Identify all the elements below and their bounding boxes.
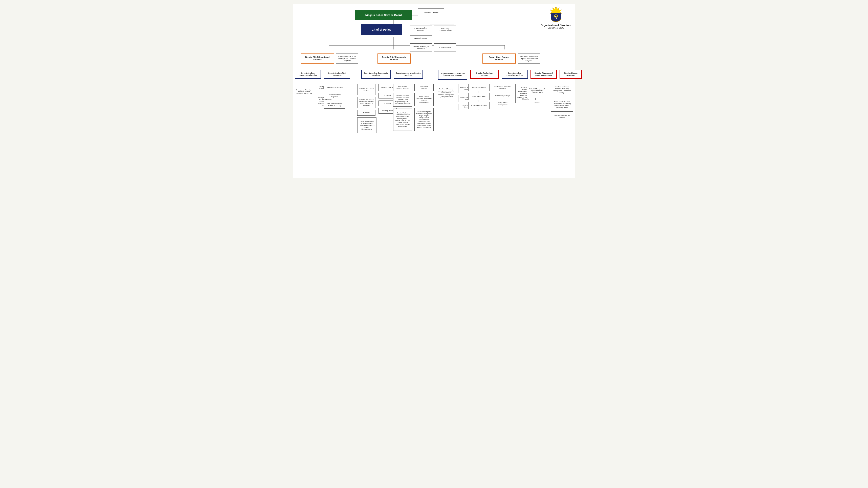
exec-director-node: Executive Director [418,8,444,17]
svg-text:NRP: NRP [555,15,558,17]
dist2-node: 2 District Inspector -Indigenous Liaison… [357,97,375,108]
duty-office-node: Duty Office Inspectors [324,84,345,91]
tech-systems-node: Technology Systems [468,84,490,91]
org-title: Organizational Structure [540,24,571,27]
special-victims-node: Special Victims -Domestic Violence/ Vuln… [393,108,412,131]
supt-ops-support-node: Superintendent Operational Support and P… [438,70,467,80]
org-chart-page: N NRP Organizational Structure January 1… [293,4,575,177]
supt-community-node: Superintendent Community Services [361,70,391,79]
rtoc-node: Real Time Operations Centre (R.T.O.C.) [324,101,345,108]
board-node: Niagara Police Service Board [355,10,412,20]
chief-node: Chief of Police [361,24,402,35]
dir-tech-node: Director Technology Services [470,70,499,79]
courts-node: Courts and Prisoner Management Inspector… [436,84,456,102]
deputy-community-node: Deputy Chief Community Services [377,54,411,64]
exec-officer-ops-note: Executive Officer to the Deputy Chief De… [336,54,358,64]
deputy-ops-node: Deputy Chief Operational Services [301,54,334,64]
dir-hr-node: Director Human Resources [560,70,582,79]
exec-officer-node: Executive Officer Inspector [410,25,432,33]
material-mgmt-node: Material Management -Quartermasters -Fac… [527,84,548,98]
talent-node: Talent Acquisition and Development -Recr… [551,98,573,111]
supt-first-node: Superintendent First Response [324,70,350,79]
corporate-comms-node: Corporate Communications [434,25,456,33]
strategic-node: Strategic Planning & Innovation [410,43,432,52]
finance-node: Finance [527,100,548,106]
service-psych-node: Service Psychologist [492,93,513,99]
public-safety-radio-node: Public Safety Radio [468,93,490,100]
supt-exec-node: Superintendent Executive Services [502,70,528,79]
supt-emerg-node: Superintendent Emergency Planning [295,70,321,79]
logo-area: N NRP Organizational Structure January 1… [540,6,571,29]
crime-analysis-node: Crime Analysis [434,43,456,52]
special-invest-node: Special Investigative Services -Intellig… [414,108,434,131]
invest-services-node: Investigative Services Inspector [393,84,412,91]
org-date: January 1, 2025 [540,27,571,29]
traffic-node: Traffic Management & Road Safety -Traffi… [357,118,376,133]
member-health-node: Member Health and Wellness -Disability M… [551,84,573,96]
major-crime-insp-node: Major Crime Inspector [414,84,434,91]
total-rewards-node: Total Rewards and HR Systems [551,113,573,120]
forensic-node: Forensic Services -Forensic Services -In… [393,93,412,106]
general-counsel-node: General Counsel [410,35,432,41]
policy-risk-node: Policy & Risk Management [492,101,513,107]
prof-standards-node: Professional Standards Inspector [492,84,513,91]
deputy-support-node: Deputy Chief Support Services [483,54,516,64]
exec-officer-support-note: Executive Officer to the Deputy Chief De… [518,54,540,64]
dist5-node: 5 District [357,110,375,116]
it-network-node: IT Network & Support [468,102,490,109]
police-badge-icon: N NRP [548,6,564,22]
supt-invest-node: Superintendent Investigative Services [394,70,423,79]
major-crime-node: Major Crime -Homicide -Polygraph -Fraud … [414,93,434,106]
dir-finance-node: Director Finance and Asset Management [530,70,557,79]
emerg-planning-node: Emergency Planning Inspector -Public Ord… [294,84,314,100]
dist1-node: 1 District Inspector -COAST [357,84,375,95]
comms-node: Communications Inspector [324,93,345,99]
